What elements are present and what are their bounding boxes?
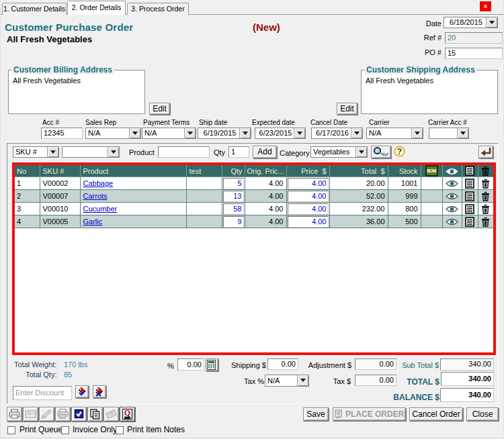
svg-text:?: ? <box>397 147 402 156</box>
svg-text:Q: Q <box>124 408 130 418</box>
